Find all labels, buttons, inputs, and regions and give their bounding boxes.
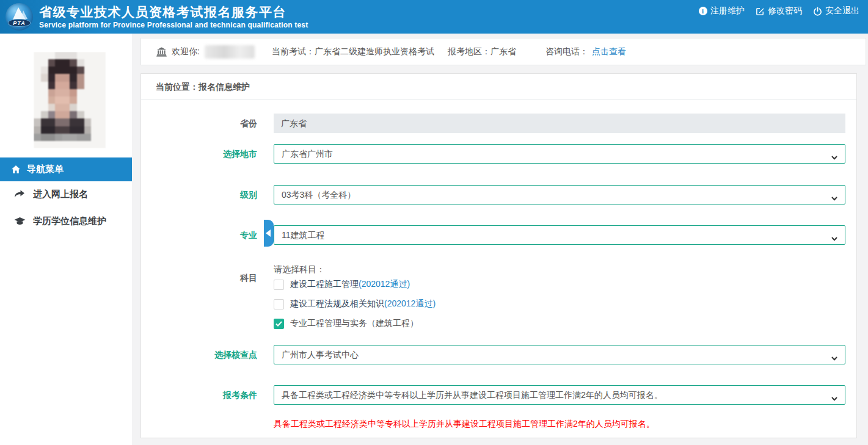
header-actions: i 注册维护 修改密码 安全退出	[698, 0, 859, 22]
logo-sail-icon	[21, 10, 27, 19]
app-header: PTA 省级专业技术人员资格考试报名服务平台 Service platform …	[0, 0, 868, 34]
nav-menu-header: 导航菜单	[0, 157, 132, 181]
register-maintain-link[interactable]: i 注册维护	[698, 5, 745, 16]
checkpoint-label: 选择核查点	[150, 345, 257, 364]
graduation-cap-icon	[13, 217, 26, 226]
consult-phone: 咨询电话：点击查看	[545, 46, 626, 57]
edit-icon	[756, 7, 765, 16]
sidebar-item-enter-registration[interactable]: 进入网上报名	[0, 186, 132, 202]
greeting-label: 欢迎你:	[172, 46, 200, 57]
level-select-value: 03考3科（考全科）	[282, 190, 356, 200]
app-subtitle: Service platform for Province Profession…	[39, 21, 308, 29]
view-phone-link[interactable]: 点击查看	[592, 46, 626, 56]
app-title: 省级专业技术人员资格考试报名服务平台	[39, 4, 308, 20]
province-label: 省份	[150, 114, 257, 133]
chevron-down-icon	[830, 350, 839, 364]
subject-option-construction-management[interactable]: 建设工程施工管理(202012通过)	[274, 279, 410, 290]
register-maintain-label: 注册维护	[710, 5, 745, 16]
province-input: 广东省	[274, 114, 845, 133]
info-icon: i	[698, 7, 707, 16]
region-label: 报考地区：	[448, 46, 491, 56]
checkpoint-select-value: 广州市人事考试中心	[282, 350, 359, 360]
subject-passed-tag[interactable]: (202012通过)	[359, 279, 410, 290]
change-password-link[interactable]: 修改密码	[756, 5, 802, 16]
level-label: 级别	[150, 185, 257, 204]
checkpoint-select[interactable]: 广州市人事考试中心	[274, 345, 845, 364]
checkbox-unchecked[interactable]	[274, 299, 284, 309]
major-label: 专业	[150, 225, 257, 245]
chevron-down-icon	[830, 150, 839, 164]
level-select[interactable]: 03考3科（考全科）	[274, 185, 845, 204]
condition-select[interactable]: 具备工程类或工程经济类中等专科以上学历并从事建设工程项目施工管理工作满2年的人员…	[274, 385, 845, 405]
subjects-hint: 请选择科目：	[274, 263, 845, 275]
bank-icon	[156, 47, 167, 57]
phone-label: 咨询电话：	[545, 46, 588, 56]
breadcrumb: 当前位置：报名信息维护	[141, 74, 856, 100]
city-label: 选择地市	[150, 144, 257, 164]
major-select[interactable]: 11建筑工程	[274, 225, 845, 245]
exam-value: 广东省二级建造师执业资格考试	[315, 46, 434, 56]
chevron-down-icon	[830, 190, 839, 204]
subject-option-laws-regulations[interactable]: 建设工程法规及相关知识(202012通过)	[274, 298, 436, 309]
checkbox-checked[interactable]	[274, 319, 284, 329]
checkbox-unchecked[interactable]	[274, 280, 284, 290]
subject-name: 建设工程法规及相关知识	[290, 298, 384, 309]
change-password-label: 修改密码	[768, 5, 802, 16]
city-select-value: 广东省广州市	[282, 149, 333, 159]
sidebar-item-label: 学历学位信息维护	[33, 215, 106, 227]
current-exam: 当前考试：广东省二级建造师执业资格考试	[272, 46, 434, 57]
nav-menu-title: 导航菜单	[27, 164, 64, 175]
chevron-down-icon	[830, 231, 839, 245]
power-icon	[813, 7, 822, 16]
condition-note: 具备工程类或工程经济类中等专科以上学历并从事建设工程项目施工管理工作满2年的人员…	[274, 418, 845, 429]
logout-link[interactable]: 安全退出	[813, 5, 859, 16]
condition-select-value: 具备工程类或工程经济类中等专科以上学历并从事建设工程项目施工管理工作满2年的人员…	[282, 390, 663, 400]
sidebar: 导航菜单 进入网上报名 学历学位信息维护	[0, 34, 132, 445]
major-select-value: 11建筑工程	[282, 230, 325, 240]
condition-label: 报考条件	[150, 385, 257, 405]
sidebar-item-education-info[interactable]: 学历学位信息维护	[0, 213, 132, 229]
sidebar-collapse-handle[interactable]	[264, 220, 274, 247]
subject-option-practice-architecture[interactable]: 专业工程管理与实务（建筑工程）	[274, 318, 418, 329]
home-icon	[11, 165, 21, 174]
subject-name: 专业工程管理与实务（建筑工程）	[290, 318, 418, 329]
pta-logo: PTA	[5, 3, 33, 31]
user-photo	[34, 52, 106, 148]
chevron-down-icon	[830, 391, 839, 405]
region-value: 广东省	[491, 46, 516, 56]
logout-label: 安全退出	[825, 5, 859, 16]
registration-form-panel: 当前位置：报名信息维护 省份 广东省 选择地市 广东省广州市 级别 03考3	[140, 73, 857, 438]
logo-text: PTA	[8, 19, 31, 27]
exam-label: 当前考试：	[272, 46, 315, 56]
sidebar-item-label: 进入网上报名	[33, 189, 88, 200]
exam-region: 报考地区：广东省	[448, 46, 516, 57]
subject-name: 建设工程施工管理	[290, 279, 359, 290]
share-arrow-icon	[13, 190, 26, 199]
subjects-label: 科目	[150, 272, 257, 284]
city-select[interactable]: 广东省广州市	[274, 144, 845, 164]
main-content: 欢迎你: 当前考试：广东省二级建造师执业资格考试 报考地区：广东省 咨询电话：点…	[132, 34, 868, 445]
user-name-redacted	[205, 45, 255, 59]
subject-passed-tag[interactable]: (202012通过)	[384, 298, 436, 309]
welcome-bar: 欢迎你: 当前考试：广东省二级建造师执业资格考试 报考地区：广东省 咨询电话：点…	[140, 38, 866, 65]
